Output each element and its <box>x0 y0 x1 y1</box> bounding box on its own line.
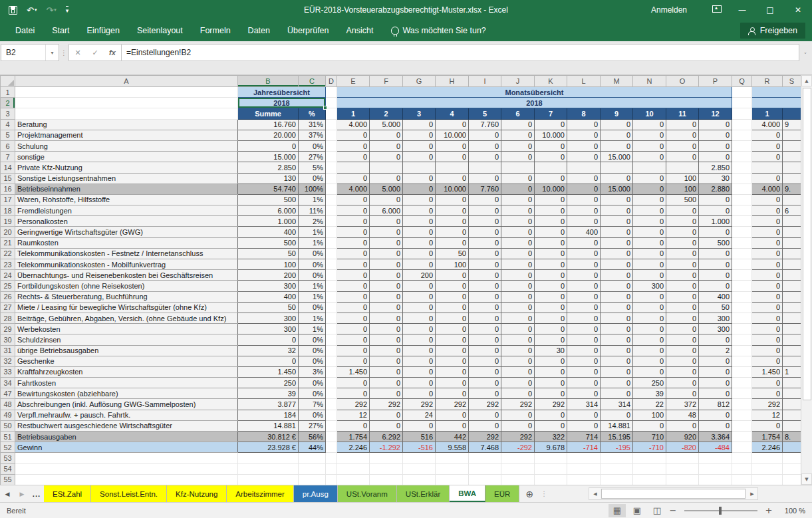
cell[interactable] <box>501 453 535 463</box>
month-value[interactable]: 0 <box>436 237 469 248</box>
month-value[interactable]: 292 <box>469 432 501 442</box>
cell[interactable] <box>783 474 801 485</box>
share-button[interactable]: Freigeben <box>740 23 805 39</box>
month-value[interactable]: 0 <box>436 420 469 431</box>
month-value[interactable] <box>403 162 436 173</box>
percent-value[interactable]: 0% <box>299 270 326 281</box>
cell[interactable] <box>469 453 501 463</box>
sum-value[interactable]: 0 <box>238 356 299 366</box>
month-value[interactable]: 0 <box>567 302 601 313</box>
cumulative-value-partial[interactable]: 1 <box>783 366 801 377</box>
month-value[interactable]: 0 <box>666 388 699 399</box>
month-value[interactable]: 0 <box>337 270 370 281</box>
month-value[interactable]: 0 <box>469 366 501 377</box>
month-value[interactable]: 0 <box>633 184 666 194</box>
month-value[interactable]: 0 <box>469 140 501 151</box>
month-value[interactable]: 0 <box>633 227 666 237</box>
month-value[interactable]: 0 <box>633 356 666 366</box>
zoom-slider[interactable] <box>684 510 757 511</box>
normal-view-icon[interactable]: ▦ <box>609 504 626 517</box>
cumulative-value-partial[interactable] <box>783 442 801 453</box>
month-header-2[interactable]: 2 <box>370 108 403 119</box>
cell[interactable] <box>326 248 337 259</box>
cell[interactable] <box>501 474 535 485</box>
month-value[interactable]: 500 <box>699 237 732 248</box>
row-label[interactable]: Betriebseinnahmen <box>15 184 238 194</box>
month-value[interactable]: 0 <box>535 152 567 162</box>
month-value[interactable]: 0 <box>666 291 699 302</box>
month-value[interactable]: 300 <box>633 281 666 291</box>
row-header-33[interactable]: 33 <box>1 366 15 377</box>
month-value[interactable]: 0 <box>370 173 403 184</box>
month-header-1[interactable]: 1 <box>337 108 370 119</box>
month-value[interactable]: 0 <box>601 291 633 302</box>
month-value[interactable]: 0 <box>535 378 567 388</box>
month-value[interactable]: 9.678 <box>535 442 567 453</box>
month-value[interactable]: 0 <box>337 173 370 184</box>
cell[interactable] <box>783 453 801 463</box>
cumulative-value-partial[interactable] <box>783 420 801 431</box>
month-value[interactable]: 0 <box>601 345 633 356</box>
cumulative-value-partial[interactable] <box>783 410 801 420</box>
cell[interactable] <box>326 108 337 119</box>
cell[interactable] <box>699 474 732 485</box>
month-value[interactable]: 0 <box>633 205 666 216</box>
row-header-48[interactable]: 48 <box>1 399 15 410</box>
monthly-overview-title[interactable]: Monatsübersicht <box>337 87 732 98</box>
cumulative-value-partial[interactable]: 9 <box>783 119 801 130</box>
percent-value[interactable]: 100% <box>299 184 326 194</box>
month-value[interactable]: 0 <box>633 194 666 205</box>
month-value[interactable]: 0 <box>370 291 403 302</box>
month-value[interactable]: 442 <box>436 432 469 442</box>
month-value[interactable]: 0 <box>535 205 567 216</box>
month-value[interactable]: 0 <box>370 313 403 323</box>
month-value[interactable]: 0 <box>567 216 601 227</box>
month-value[interactable]: 100 <box>666 184 699 194</box>
column-header-H[interactable]: H <box>436 76 469 87</box>
sum-value[interactable]: 0 <box>238 140 299 151</box>
month-value[interactable]: 0 <box>567 313 601 323</box>
cumulative-value[interactable]: 0 <box>752 227 783 237</box>
row-label[interactable]: Kraftfahrzeugkosten <box>15 366 238 377</box>
month-value[interactable]: 0 <box>370 216 403 227</box>
cumulative-value[interactable]: 0 <box>752 420 783 431</box>
cell[interactable] <box>326 227 337 237</box>
cell[interactable] <box>601 474 633 485</box>
row-header-6[interactable]: 6 <box>1 140 15 151</box>
cell[interactable] <box>326 237 337 248</box>
month-value[interactable]: -516 <box>403 442 436 453</box>
month-value[interactable]: 0 <box>633 313 666 323</box>
cumulative-value[interactable]: 0 <box>752 345 783 356</box>
cell[interactable] <box>633 453 666 463</box>
month-value[interactable]: 0 <box>436 410 469 420</box>
sheet-tab-pr-ausg[interactable]: pr.Ausg <box>294 485 338 502</box>
row-label[interactable]: Werbekosten <box>15 324 238 334</box>
cell[interactable] <box>15 453 238 463</box>
cumulative-value[interactable]: 4.000 <box>752 184 783 194</box>
month-value[interactable]: 292 <box>403 399 436 410</box>
ribbon-tab-daten[interactable]: Daten <box>239 20 279 41</box>
month-value[interactable]: 0 <box>535 259 567 270</box>
month-value[interactable]: 0 <box>469 205 501 216</box>
month-value[interactable]: 0 <box>601 410 633 420</box>
sum-value[interactable]: 2.850 <box>238 162 299 173</box>
month-value[interactable]: 5.000 <box>370 119 403 130</box>
sum-value[interactable]: 16.760 <box>238 119 299 130</box>
month-value[interactable]: 0 <box>535 291 567 302</box>
cell[interactable] <box>370 453 403 463</box>
cell[interactable] <box>436 453 469 463</box>
sum-column-header[interactable]: Summe <box>238 108 299 119</box>
month-value[interactable]: 0 <box>436 313 469 323</box>
percent-value[interactable]: 0% <box>299 345 326 356</box>
ribbon-tab-formeln[interactable]: Formeln <box>192 20 239 41</box>
scroll-right-icon[interactable]: ▶ <box>746 488 757 499</box>
month-value[interactable]: 0 <box>501 237 535 248</box>
month-value[interactable]: 400 <box>699 291 732 302</box>
month-value[interactable]: 292 <box>501 432 535 442</box>
cumulative-value-partial[interactable] <box>783 281 801 291</box>
sum-value[interactable]: 250 <box>238 378 299 388</box>
month-value[interactable]: 0 <box>337 248 370 259</box>
month-value[interactable]: 0 <box>567 194 601 205</box>
cumulative-value-partial[interactable] <box>783 356 801 366</box>
row-header-25[interactable]: 25 <box>1 281 15 291</box>
